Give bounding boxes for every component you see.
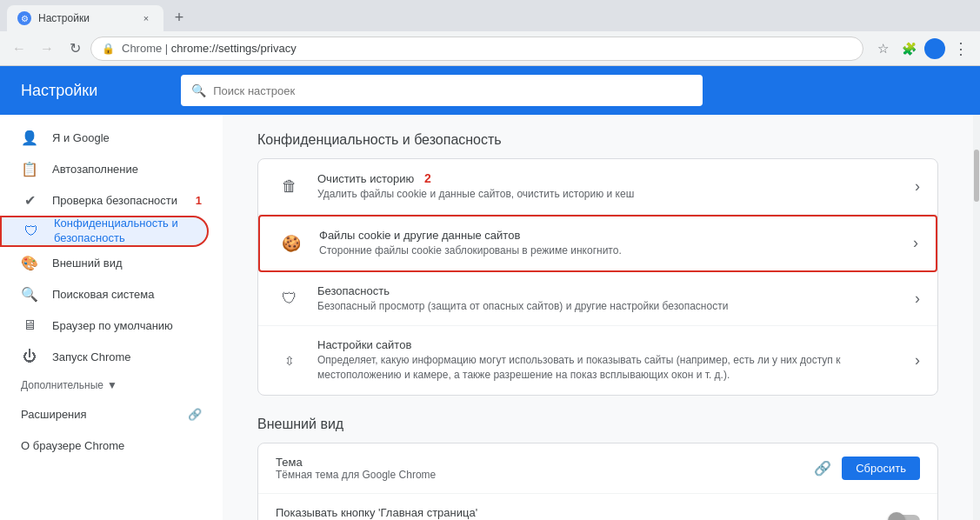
sidebar-item-autofill[interactable]: 📋 Автозаполнение: [0, 153, 223, 184]
clear-history-title: Очистить историю 2: [317, 171, 901, 185]
sidebar-item-privacy[interactable]: 🛡 Конфиденциальность ибезопасность: [0, 216, 209, 247]
sidebar-item-appearance[interactable]: 🎨 Внешний вид: [0, 247, 223, 278]
settings-tab[interactable]: Настройки ×: [7, 5, 163, 31]
app-header: Настройки 🔍: [0, 66, 980, 115]
security-title: Безопасность: [317, 284, 901, 297]
forward-button[interactable]: →: [35, 37, 59, 61]
search-input[interactable]: [213, 84, 692, 97]
cookies-title: Файлы cookie и другие данные сайтов: [319, 229, 899, 242]
appearance-icon: 🎨: [21, 254, 38, 271]
sidebar-item-about[interactable]: О браузере Chrome: [0, 430, 223, 461]
cookies-item[interactable]: 🍪 Файлы cookie и другие данные сайтов Ст…: [258, 215, 937, 272]
clear-history-item[interactable]: 🗑 Очистить историю 2 Удалить файлы cooki…: [258, 159, 937, 215]
sidebar-label-search: Поисковая система: [52, 288, 202, 301]
main-panel: Конфиденциальность и безопасность 🗑 Очис…: [223, 115, 973, 520]
cookies-content: Файлы cookie и другие данные сайтов Стор…: [319, 229, 899, 258]
person-icon: 👤: [21, 129, 38, 146]
extensions-button[interactable]: 🧩: [897, 37, 921, 61]
sidebar: 👤 Я и Google 📋 Автозаполнение ✔ Проверка…: [0, 115, 223, 520]
sidebar-label-default: Браузер по умолчанию: [52, 319, 202, 332]
site-settings-desc: Определяет, какую информацию могут испол…: [317, 353, 901, 383]
content-wrapper: 👤 Я и Google 📋 Автозаполнение ✔ Проверка…: [0, 115, 980, 520]
theme-title: Тема: [276, 456, 810, 469]
sidebar-item-search[interactable]: 🔍 Поисковая система: [0, 278, 223, 310]
refresh-button[interactable]: ↻: [63, 37, 87, 61]
arrow-icon-4: ›: [915, 351, 920, 370]
tab-favicon: [17, 11, 31, 25]
new-tab-button[interactable]: +: [167, 5, 191, 30]
sidebar-label-extensions: Расширения: [21, 408, 174, 421]
sidebar-item-default-browser[interactable]: 🖥 Браузер по умолчанию: [0, 310, 223, 341]
sidebar-label-startup: Запуск Chrome: [52, 350, 202, 363]
chevron-down-icon: ▼: [107, 379, 117, 391]
address-separator: |: [162, 42, 171, 55]
theme-desc: Тёмная тема для Google Chrome: [276, 469, 810, 481]
toolbar-right: ☆ 🧩 ⋮: [870, 37, 973, 61]
sidebar-item-security-check[interactable]: ✔ Проверка безопасности 1: [0, 184, 223, 216]
sidebar-label-privacy: Конфиденциальность ибезопасность: [54, 217, 186, 246]
sliders-icon: ⇳: [276, 347, 303, 375]
reset-theme-button[interactable]: Сбросить: [842, 457, 920, 480]
navigation-bar: ← → ↻ 🔒 Chrome | chrome://settings/priva…: [0, 31, 980, 66]
check-icon: ✔: [21, 191, 38, 209]
tab-bar: Настройки × +: [0, 0, 980, 31]
protocol-label: Chrome: [122, 42, 162, 55]
sidebar-advanced[interactable]: Дополнительные ▼: [0, 372, 223, 398]
arrow-icon-3: ›: [915, 290, 920, 308]
tab-close-button[interactable]: ×: [139, 11, 153, 25]
advanced-label: Дополнительные: [21, 379, 103, 391]
sidebar-item-me-google[interactable]: 👤 Я и Google: [0, 122, 223, 153]
scrollbar[interactable]: [973, 115, 980, 520]
security-desc: Безопасный просмотр (защита от опасных с…: [317, 299, 901, 314]
browser-frame: Настройки × + ← → ↻ 🔒 Chrome | chrome://…: [0, 0, 980, 520]
sidebar-label-security-check: Проверка безопасности: [52, 194, 178, 207]
back-button[interactable]: ←: [7, 37, 31, 61]
search-icon: 🔍: [191, 83, 206, 97]
trash-icon: 🗑: [276, 172, 303, 200]
url-path: chrome://settings/privacy: [171, 42, 297, 55]
cookie-icon: 🍪: [277, 230, 305, 257]
sidebar-label-autofill: Автозаполнение: [52, 163, 202, 176]
site-settings-content: Настройки сайтов Определяет, какую инфор…: [317, 338, 901, 383]
address-text: Chrome | chrome://settings/privacy: [122, 42, 297, 55]
tab-title: Настройки: [38, 12, 90, 24]
user-avatar: [924, 38, 945, 59]
arrow-icon-2: ›: [913, 234, 918, 252]
security-badge: 1: [196, 194, 202, 207]
clear-history-content: Очистить историю 2 Удалить файлы cookie …: [317, 171, 901, 202]
theme-content: Тема Тёмная тема для Google Chrome: [276, 456, 810, 481]
clear-history-desc: Удалить файлы cookie и данные сайтов, оч…: [317, 187, 901, 202]
autofill-icon: 📋: [21, 160, 38, 177]
appearance-section-title: Внешний вид: [257, 417, 938, 432]
avatar-button[interactable]: [923, 37, 947, 61]
external-link-icon: 🔗: [188, 408, 202, 421]
external-link-theme-icon[interactable]: 🔗: [810, 456, 835, 480]
security-item[interactable]: 🛡 Безопасность Безопасный просмотр (защи…: [258, 272, 937, 327]
sidebar-item-startup[interactable]: ⏻ Запуск Chrome: [0, 341, 223, 372]
sidebar-label-appearance: Внешний вид: [52, 257, 202, 270]
power-icon: ⏻: [21, 348, 38, 365]
sidebar-label-me-google: Я и Google: [52, 131, 202, 144]
security-icon: 🛡: [276, 284, 303, 312]
home-button-toggle[interactable]: [890, 515, 920, 520]
bookmark-button[interactable]: ☆: [870, 37, 895, 61]
menu-button[interactable]: ⋮: [949, 37, 973, 61]
app-title: Настройки: [21, 82, 97, 100]
sidebar-label-about: О браузере Chrome: [21, 439, 202, 452]
home-button-row[interactable]: Показывать кнопку 'Главная страница' Отк…: [258, 494, 937, 520]
address-bar[interactable]: 🔒 Chrome | chrome://settings/privacy: [90, 37, 863, 61]
sidebar-item-extensions[interactable]: Расширения 🔗: [0, 398, 223, 430]
appearance-card: Тема Тёмная тема для Google Chrome 🔗 Сбр…: [257, 443, 938, 520]
privacy-card: 🗑 Очистить историю 2 Удалить файлы cooki…: [257, 158, 938, 396]
number-2-badge: 2: [424, 171, 431, 185]
search-box[interactable]: 🔍: [181, 75, 703, 106]
privacy-section-title: Конфиденциальность и безопасность: [257, 132, 938, 148]
home-button-content: Показывать кнопку 'Главная страница' Отк…: [276, 506, 877, 520]
arrow-icon-1: ›: [915, 177, 920, 196]
cookies-desc: Сторонние файлы cookie заблокированы в р…: [319, 243, 899, 258]
browser-icon: 🖥: [21, 317, 38, 334]
shield-icon: 🛡: [23, 223, 40, 240]
scroll-thumb: [974, 150, 979, 202]
site-settings-item[interactable]: ⇳ Настройки сайтов Определяет, какую инф…: [258, 326, 937, 395]
lock-icon: 🔒: [102, 43, 115, 55]
